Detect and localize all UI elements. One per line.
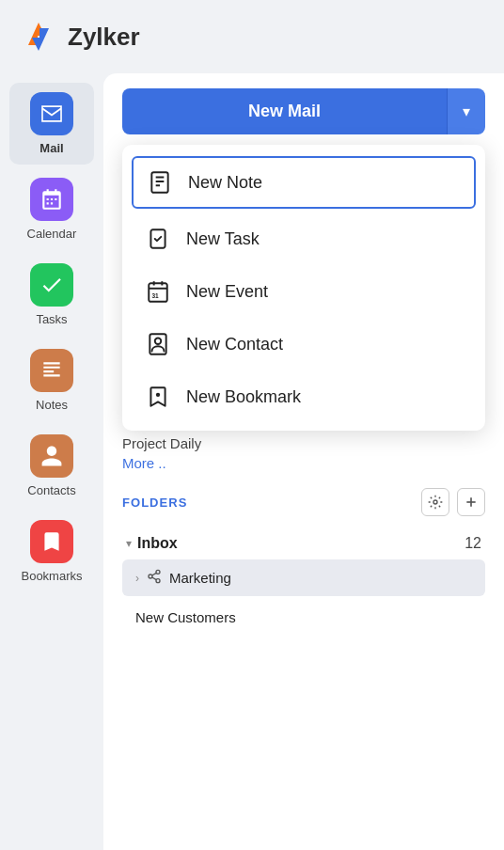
event-icon: 31 — [145, 278, 171, 305]
new-event-label: New Event — [186, 282, 268, 302]
svg-rect-3 — [151, 172, 167, 193]
sidebar-item-calendar[interactable]: Calendar — [9, 168, 94, 250]
share-icon — [147, 569, 162, 587]
calendar-icon-wrap — [30, 178, 73, 221]
new-mail-button-wrap: New Mail ▾ — [122, 88, 485, 134]
note-icon — [147, 169, 173, 196]
inbox-chevron-icon: ▾ — [126, 537, 132, 550]
svg-point-20 — [149, 575, 152, 578]
project-daily-text: Project Daily — [122, 435, 485, 451]
notes-icon-wrap — [30, 349, 73, 392]
notes-label: Notes — [36, 398, 68, 412]
dropdown-item-new-event[interactable]: 31 New Event — [122, 265, 485, 318]
marketing-row[interactable]: › Marketing — [122, 559, 485, 596]
contacts-icon — [39, 444, 64, 468]
new-task-label: New Task — [186, 229, 260, 249]
dropdown-item-new-contact[interactable]: New Contact — [122, 318, 485, 370]
bookmarks-label: Bookmarks — [21, 569, 82, 583]
svg-point-19 — [156, 570, 160, 574]
zylker-logo-icon — [19, 17, 58, 56]
app-name: Zylker — [68, 23, 140, 52]
new-mail-chevron-button[interactable]: ▾ — [447, 88, 485, 134]
sidebar: Mail Calendar Tasks — [0, 73, 103, 850]
contacts-icon-wrap — [30, 434, 73, 478]
new-customers-label: New Customers — [135, 609, 236, 625]
calendar-label: Calendar — [27, 227, 77, 241]
bookmark-icon — [145, 384, 171, 410]
sidebar-item-contacts[interactable]: Contacts — [9, 425, 94, 507]
below-dropdown-content: Project Daily More .. FOLDERS — [122, 435, 485, 636]
svg-line-22 — [152, 577, 157, 580]
inbox-left: ▾ Inbox — [126, 535, 178, 552]
chevron-down-icon: ▾ — [463, 103, 470, 119]
new-mail-button[interactable]: New Mail — [122, 88, 447, 134]
dropdown-item-new-note[interactable]: New Note — [132, 156, 476, 209]
marketing-chevron-icon: › — [135, 572, 139, 585]
new-bookmark-label: New Bookmark — [186, 387, 301, 407]
sidebar-item-tasks[interactable]: Tasks — [9, 254, 94, 336]
svg-point-15 — [156, 393, 160, 397]
inbox-label: Inbox — [137, 535, 178, 552]
plus-icon — [464, 495, 479, 510]
mail-icon-wrap — [30, 92, 73, 135]
more-link[interactable]: More .. — [122, 455, 485, 471]
mail-label: Mail — [39, 141, 63, 155]
svg-point-21 — [156, 579, 160, 583]
svg-line-23 — [152, 573, 157, 575]
sidebar-item-notes[interactable]: Notes — [9, 339, 94, 421]
folders-header: FOLDERS — [122, 488, 485, 516]
folders-add-button[interactable] — [457, 488, 485, 516]
notes-icon — [39, 358, 64, 383]
sidebar-item-mail[interactable]: Mail — [9, 83, 94, 165]
calendar-icon — [39, 187, 64, 212]
task-icon — [145, 226, 171, 252]
inbox-count: 12 — [465, 535, 481, 552]
dropdown-item-new-task[interactable]: New Task — [122, 212, 485, 265]
new-note-label: New Note — [188, 173, 262, 193]
svg-point-16 — [433, 500, 437, 504]
svg-point-14 — [155, 338, 162, 345]
contacts-label: Contacts — [27, 483, 75, 497]
folders-actions — [421, 488, 485, 516]
content-area: New Mail ▾ New Note — [103, 73, 504, 850]
marketing-label: Marketing — [169, 570, 231, 586]
dropdown-item-new-bookmark[interactable]: New Bookmark — [122, 370, 485, 423]
header: Zylker — [0, 0, 504, 73]
mail-icon — [39, 102, 64, 126]
new-customers-row[interactable]: New Customers — [122, 600, 485, 636]
sidebar-item-bookmarks[interactable]: Bookmarks — [9, 511, 94, 592]
bookmarks-icon-wrap — [30, 520, 73, 563]
tasks-icon — [39, 273, 64, 297]
new-contact-label: New Contact — [186, 335, 283, 354]
tasks-label: Tasks — [36, 312, 67, 326]
bookmarks-icon — [39, 529, 64, 554]
main-layout: Mail Calendar Tasks — [0, 73, 504, 850]
tasks-icon-wrap — [30, 263, 73, 307]
gear-icon — [428, 495, 443, 510]
folders-label: FOLDERS — [122, 496, 187, 510]
folders-settings-button[interactable] — [421, 488, 449, 516]
svg-text:31: 31 — [152, 292, 160, 299]
inbox-row[interactable]: ▾ Inbox 12 — [122, 527, 485, 559]
contact-icon — [145, 331, 171, 357]
new-item-dropdown: New Note New Task — [122, 145, 485, 431]
